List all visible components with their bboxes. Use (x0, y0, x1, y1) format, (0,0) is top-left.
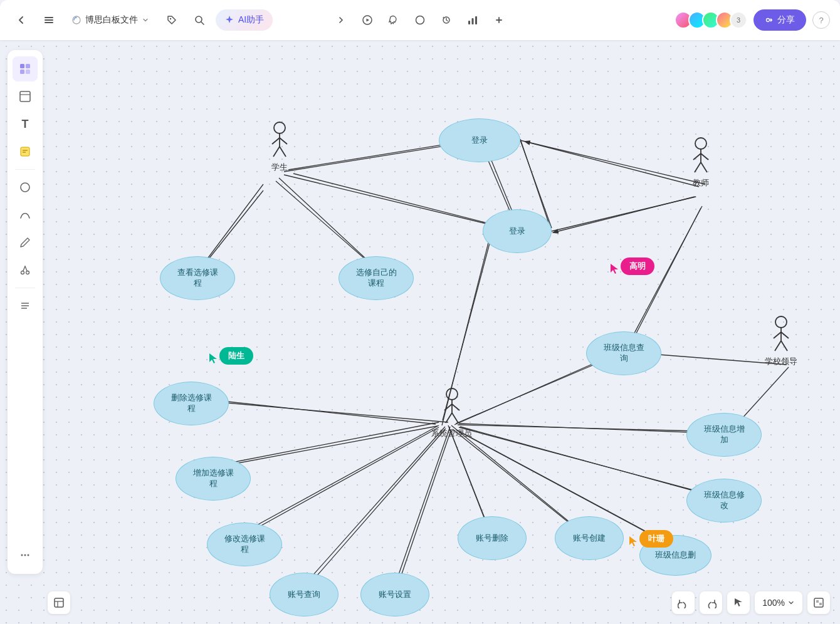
svg-line-47 (304, 427, 445, 585)
svg-line-80 (273, 147, 280, 157)
node-select-course[interactable]: 选修自己的课程 (339, 256, 414, 300)
share-button[interactable]: 分享 (753, 9, 806, 31)
actor-student-label: 学生 (271, 162, 288, 173)
svg-point-3 (170, 18, 171, 19)
svg-rect-16 (20, 91, 30, 101)
file-name-text: 博思白板文件 (85, 14, 138, 26)
svg-line-33 (284, 175, 517, 231)
file-name-button[interactable]: 博思白板文件 (65, 11, 155, 29)
bottom-toolbar: 100% (672, 591, 830, 614)
node-acct-del[interactable]: 账号删除 (458, 516, 527, 560)
sidebar-curve-btn[interactable] (13, 202, 38, 227)
node-class-mod[interactable]: 班级信息修改 (686, 479, 762, 523)
toolbar-center (330, 9, 510, 31)
actor-school-leader-label: 学校领导 (765, 356, 797, 367)
sidebar-more-btn[interactable] (13, 543, 38, 568)
node-login[interactable]: 登录 (483, 209, 552, 253)
cursor-yepeng-label: 叶珊 (639, 530, 673, 548)
interact-button[interactable] (382, 9, 405, 31)
svg-line-81 (280, 147, 286, 157)
sidebar-note-btn[interactable] (13, 139, 38, 164)
help-button[interactable]: ? (812, 11, 830, 29)
menu-button[interactable] (38, 9, 60, 31)
sidebar-list-btn[interactable] (13, 293, 38, 318)
collaborators-avatars: 3 (675, 11, 747, 29)
chart-button[interactable] (461, 9, 484, 31)
node-acct-setting[interactable]: 账号设置 (360, 573, 429, 616)
node-query-score[interactable]: 登录 (439, 118, 520, 162)
undo-button[interactable] (672, 591, 695, 614)
ai-assistant-button[interactable]: AI助手 (216, 9, 273, 31)
bottom-left-nav-btn[interactable] (48, 591, 70, 614)
svg-rect-15 (26, 70, 30, 74)
search-button[interactable] (188, 9, 211, 31)
svg-line-71 (628, 208, 701, 349)
svg-line-78 (272, 138, 280, 144)
svg-point-29 (21, 554, 23, 556)
node-acct-create[interactable]: 账号创建 (555, 516, 624, 560)
avatar-count: 3 (730, 11, 747, 29)
svg-rect-1 (45, 19, 53, 21)
sidebar-frame-btn[interactable] (13, 84, 38, 109)
svg-point-30 (24, 554, 26, 556)
node-del-course[interactable]: 删除选修课程 (154, 382, 229, 425)
redo-button[interactable] (700, 591, 722, 614)
node-class-info[interactable]: 班级信息查询 (586, 331, 661, 375)
canvas-area[interactable]: 登录 登录 查看选修课程 选修自己的课程 删除选修课程 班级信息查询 增加选修课… (0, 40, 840, 624)
tag-button[interactable] (160, 9, 183, 31)
play-button[interactable] (356, 9, 379, 31)
sidebar-text-btn[interactable]: T (13, 112, 38, 137)
cursor-mode-button[interactable] (727, 591, 750, 614)
svg-line-98 (775, 341, 781, 351)
sidebar-divider-2 (15, 288, 35, 288)
svg-rect-103 (819, 603, 822, 605)
svg-rect-100 (55, 598, 63, 607)
help-icon: ? (819, 16, 823, 25)
svg-rect-102 (816, 600, 819, 603)
svg-rect-2 (45, 22, 53, 23)
svg-point-22 (21, 271, 24, 274)
sidebar-cut-btn[interactable] (13, 257, 38, 283)
zoom-display[interactable]: 100% (755, 591, 802, 614)
back-button[interactable] (10, 9, 33, 31)
svg-rect-9 (472, 18, 474, 24)
expand-button[interactable] (330, 9, 352, 31)
svg-line-41 (197, 400, 448, 422)
actor-student: 学生 (268, 122, 291, 173)
svg-point-7 (416, 16, 424, 24)
svg-line-64 (460, 427, 723, 499)
svg-rect-10 (475, 16, 477, 24)
actor-teacher: 教师 (690, 137, 712, 189)
history-button[interactable] (435, 9, 458, 31)
svg-line-87 (701, 162, 707, 172)
circle-button[interactable] (409, 9, 431, 31)
svg-line-63 (459, 424, 723, 434)
node-class-add[interactable]: 班级信息增加 (686, 413, 762, 457)
node-acct-query[interactable]: 账号查询 (270, 573, 339, 616)
svg-point-23 (26, 271, 29, 274)
svg-rect-18 (21, 147, 29, 156)
svg-line-25 (25, 266, 27, 271)
svg-line-79 (280, 138, 287, 144)
node-view-courses[interactable]: 查看选修课程 (160, 256, 235, 300)
svg-line-5 (201, 22, 204, 24)
node-add-course[interactable]: 增加选修课程 (176, 457, 251, 501)
svg-line-84 (693, 153, 701, 160)
sidebar-template-btn[interactable] (13, 56, 38, 81)
svg-rect-101 (814, 598, 823, 607)
svg-line-70 (554, 197, 695, 232)
sidebar-draw-btn[interactable] (13, 230, 38, 255)
svg-rect-13 (26, 64, 30, 68)
left-sidebar: T (8, 50, 43, 574)
svg-line-24 (23, 266, 25, 271)
minimap-button[interactable] (807, 591, 830, 614)
svg-line-92 (446, 413, 452, 423)
actor-teacher-label: 教师 (693, 177, 709, 189)
node-mod-course[interactable]: 修改选修课程 (207, 523, 282, 566)
svg-line-97 (781, 332, 789, 338)
svg-point-94 (775, 316, 787, 328)
svg-rect-14 (20, 70, 24, 74)
svg-line-56 (246, 427, 439, 534)
sidebar-shape-btn[interactable] (13, 175, 38, 200)
more-tools-button[interactable] (488, 9, 510, 31)
